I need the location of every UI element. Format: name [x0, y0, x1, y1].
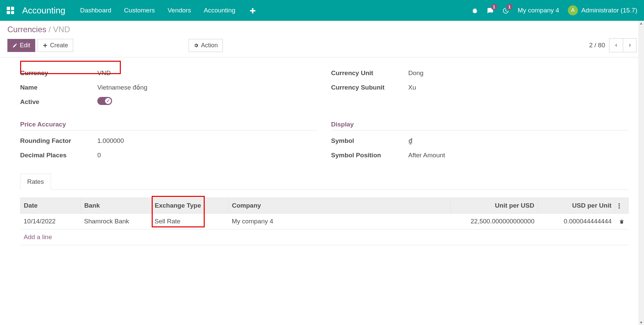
tab-rates[interactable]: Rates — [20, 174, 51, 189]
apps-icon[interactable] — [7, 7, 14, 14]
value-decimals: 0 — [97, 152, 101, 159]
action-button[interactable]: Action — [189, 39, 223, 52]
pager-buttons — [609, 38, 637, 52]
value-position: After Amount — [408, 152, 445, 159]
kebab-icon — [618, 203, 620, 209]
svg-rect-1 — [250, 10, 255, 11]
user-menu[interactable]: A Administrator (15.7) — [568, 5, 637, 15]
th-bank[interactable]: Bank — [81, 198, 151, 214]
pencil-icon — [12, 43, 17, 48]
plus-icon[interactable] — [250, 7, 255, 14]
pager-next[interactable] — [623, 39, 636, 52]
nav-dashboard[interactable]: Dashboard — [80, 7, 111, 14]
label-rounding: Rounding Factor — [20, 137, 97, 145]
section-display: Display — [331, 111, 629, 130]
add-line-link[interactable]: Add a line — [24, 233, 52, 240]
th-exchange-type[interactable]: Exchange Type — [151, 198, 229, 214]
trash-icon — [619, 219, 624, 224]
nav-vendors[interactable]: Vendors — [167, 7, 191, 14]
chevron-left-icon — [614, 42, 618, 48]
th-unit-per[interactable]: Unit per USD — [451, 198, 538, 214]
bug-icon[interactable] — [472, 7, 478, 14]
label-currency: Currency — [20, 69, 97, 77]
label-symbol: Symbol — [331, 137, 408, 145]
table-row[interactable]: 10/14/2022 Shamrock Bank Sell Rate My co… — [20, 214, 629, 229]
label-name: Name — [20, 84, 97, 91]
breadcrumb-separator: / — [49, 25, 53, 34]
form-sheet: Currency VND Name Vietnamese đồng Active… — [0, 57, 644, 252]
label-unit: Currency Unit — [331, 69, 408, 77]
messages-icon[interactable]: 1 — [487, 7, 494, 14]
user-name: Administrator (15.7) — [581, 7, 637, 14]
cell-delete[interactable] — [615, 214, 629, 229]
activities-badge: 1 — [506, 4, 513, 10]
edit-label: Edit — [20, 42, 30, 49]
gear-icon — [194, 43, 199, 48]
section-price-accuracy: Price Accuracy — [20, 111, 318, 130]
label-decimals: Decimal Places — [20, 152, 97, 159]
action-label: Action — [201, 42, 218, 49]
control-panel: Currencies / VND Edit Create Action 2 / … — [0, 21, 644, 57]
value-subunit: Xu — [408, 84, 416, 91]
pager-counter[interactable]: 2 / 80 — [589, 42, 605, 49]
top-navbar: Accounting Dashboard Customers Vendors A… — [0, 0, 644, 21]
svg-point-5 — [618, 205, 620, 207]
th-company[interactable]: Company — [229, 198, 451, 214]
value-rounding: 1.000000 — [97, 137, 124, 145]
th-date[interactable]: Date — [20, 198, 81, 214]
breadcrumb: Currencies / VND — [7, 25, 637, 34]
nav-customers[interactable]: Customers — [124, 7, 155, 14]
activities-icon[interactable]: 1 — [502, 7, 509, 14]
value-currency: VND — [97, 69, 111, 77]
edit-button[interactable]: Edit — [7, 39, 35, 52]
create-label: Create — [50, 42, 68, 49]
cell-exchange-type: Sell Rate — [151, 214, 229, 229]
nav-accounting[interactable]: Accounting — [204, 7, 235, 14]
value-unit: Dong — [408, 69, 424, 77]
table-header-row: Date Bank Exchange Type Company Unit per… — [20, 198, 629, 214]
app-brand[interactable]: Accounting — [22, 5, 65, 16]
cell-unit-per: 22,500.000000000000 — [451, 214, 538, 229]
cell-company: My company 4 — [229, 214, 451, 229]
svg-point-4 — [618, 203, 620, 205]
label-position: Symbol Position — [331, 152, 408, 159]
th-options[interactable] — [615, 198, 629, 214]
toggle-active[interactable]: ✓ — [97, 97, 112, 105]
add-line-row: Add a line — [20, 229, 629, 245]
breadcrumb-current: VND — [53, 25, 70, 34]
company-switcher[interactable]: My company 4 — [518, 7, 559, 14]
plus-icon — [43, 43, 48, 48]
cell-date: 10/14/2022 — [20, 214, 81, 229]
scrollbar[interactable]: ▲▼ — [638, 21, 644, 252]
th-per-unit[interactable]: USD per Unit — [538, 198, 615, 214]
svg-point-6 — [618, 207, 620, 209]
chevron-right-icon — [628, 42, 632, 48]
value-name: Vietnamese đồng — [97, 84, 147, 91]
messages-badge: 1 — [491, 4, 497, 10]
tabs: Rates Date Bank Exchange Type Company Un… — [20, 173, 629, 245]
pager-prev[interactable] — [609, 39, 623, 52]
label-active: Active — [20, 98, 97, 106]
rates-table: Date Bank Exchange Type Company Unit per… — [20, 198, 629, 245]
value-symbol: ₫ — [408, 137, 412, 145]
cell-per-unit: 0.000044444444 — [538, 214, 615, 229]
breadcrumb-parent[interactable]: Currencies — [7, 25, 46, 34]
avatar: A — [568, 5, 578, 15]
svg-rect-3 — [43, 45, 47, 46]
label-subunit: Currency Subunit — [331, 84, 408, 91]
nav-menu: Dashboard Customers Vendors Accounting — [80, 7, 256, 14]
cell-bank: Shamrock Bank — [81, 214, 151, 229]
create-button[interactable]: Create — [38, 39, 73, 52]
